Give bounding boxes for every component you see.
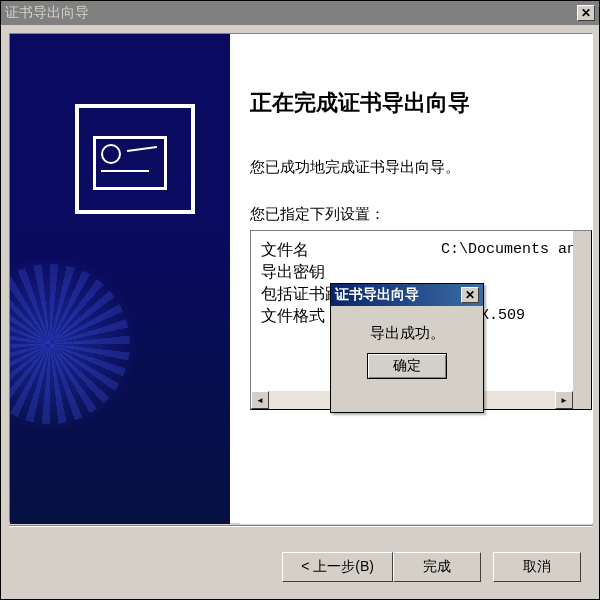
setting-label: 文件名 [261, 239, 441, 261]
cancel-button[interactable]: 取消 [493, 552, 581, 582]
main-panel: 正在完成证书导出向导 您已成功地完成证书导出向导。 您已指定下列设置： 文件名 … [240, 34, 592, 524]
starburst-decoration [10, 254, 140, 434]
scroll-left-icon[interactable]: ◄ [251, 391, 269, 409]
certificate-icon [75, 104, 195, 214]
success-message: 您已成功地完成证书导出向导。 [250, 158, 582, 177]
msgbox-titlebar: 证书导出向导 ✕ [331, 284, 483, 306]
separator [9, 525, 593, 527]
list-item: 导出密钥 [261, 261, 581, 283]
scroll-right-icon[interactable]: ► [555, 391, 573, 409]
window-title: 证书导出向导 [5, 4, 577, 22]
msgbox-title: 证书导出向导 [335, 286, 461, 304]
titlebar: 证书导出向导 ✕ [1, 1, 599, 25]
msgbox-body: 导出成功。 [331, 306, 483, 353]
finish-button[interactable]: 完成 [393, 552, 481, 582]
wizard-window: 证书导出向导 ✕ 正在完成证书导出向导 您已成功地完成证书导出向导。 您已指定下… [0, 0, 600, 600]
scroll-corner [573, 391, 591, 409]
button-row: < 上一步(B) 完成 取消 [1, 547, 600, 587]
content-area: 正在完成证书导出向导 您已成功地完成证书导出向导。 您已指定下列设置： 文件名 … [9, 33, 593, 523]
settings-label: 您已指定下列设置： [250, 205, 582, 224]
msgbox-button-row: 确定 [331, 353, 483, 389]
setting-label: 导出密钥 [261, 261, 441, 283]
setting-value: C:\Documents and Set [441, 239, 592, 261]
close-icon[interactable]: ✕ [577, 5, 595, 21]
list-item: 文件名 C:\Documents and Set [261, 239, 581, 261]
ok-button[interactable]: 确定 [367, 353, 447, 379]
vertical-scrollbar[interactable] [573, 231, 591, 391]
close-icon[interactable]: ✕ [461, 287, 479, 303]
wizard-side-graphic [10, 34, 230, 524]
message-box: 证书导出向导 ✕ 导出成功。 确定 [330, 283, 484, 413]
page-title: 正在完成证书导出向导 [250, 88, 582, 118]
back-button[interactable]: < 上一步(B) [282, 552, 393, 582]
